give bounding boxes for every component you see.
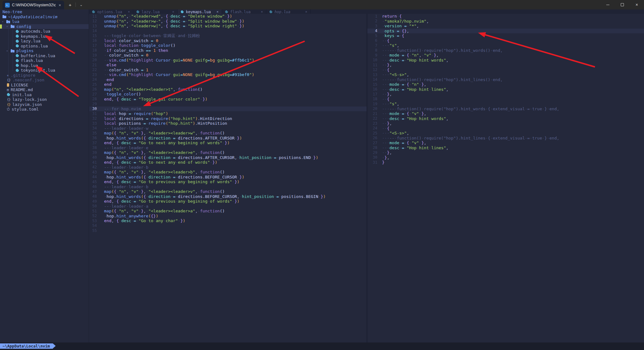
code-line[interactable]: 28···desc·=·"Hop·hint·lines", — [367, 145, 644, 150]
terminal-tab-close-icon[interactable]: × — [58, 3, 62, 7]
sidebar-item-.neoconf.json[interactable]: {}.neoconf.json — [0, 78, 89, 83]
code-line[interactable]: 31} — [367, 160, 644, 165]
tab-flash.lua[interactable]: flash.lua× — [222, 9, 266, 14]
close-button[interactable]: × — [630, 0, 644, 9]
code-line[interactable]: 47map({·"n",·"v"·},·"<leader><leader>v",… — [89, 189, 367, 194]
code-line[interactable]: 21···mode·=·{·"v"·}, — [367, 111, 644, 116]
code-line[interactable]: 12··{ — [367, 68, 644, 73]
code-line[interactable]: 6··{ — [367, 38, 644, 43]
sidebar-item-config[interactable]: ▾config — [0, 24, 89, 29]
code-line[interactable]: 46--·leader·leader·b — [89, 184, 367, 189]
code-line[interactable]: 2·"smoka7/hop.nvim", — [367, 19, 644, 24]
sidebar-item-README.md[interactable]: ▤README.md — [0, 87, 89, 92]
code-line[interactable]: 36·hop.hint_words({·direction·=·directio… — [89, 136, 367, 141]
code-line[interactable]: 43map({·"n",·"v"·},·"<leader><leader>b",… — [89, 170, 367, 175]
code-line[interactable]: 19···"s", — [367, 101, 644, 107]
sidebar-item-init.lua[interactable]: init.lua — [0, 92, 89, 97]
code-line[interactable]: 1return·{ — [367, 14, 644, 19]
code-line[interactable]: 41end,·{·desc·=·"Go·to·next·any·end·of·w… — [89, 160, 367, 165]
editor-pane-right[interactable]: 1return·{2·"smoka7/hop.nvim",3·version·=… — [367, 14, 644, 342]
code-line[interactable]: 27·toggle_color() — [89, 92, 367, 97]
code-line[interactable]: 33local·positions·=·require("hop.hint").… — [89, 121, 367, 126]
code-line[interactable]: 20···--·function()·require("hop").hint_w… — [367, 107, 644, 112]
minimize-button[interactable] — [601, 0, 615, 9]
code-line[interactable]: 38--·leader·leader·e — [89, 145, 367, 150]
tab-close-icon[interactable]: × — [305, 10, 307, 14]
tab-close-icon[interactable]: × — [261, 10, 263, 14]
sidebar-item-flash.lua[interactable]: flash.lua — [0, 58, 89, 63]
sidebar-item-options.lua[interactable]: options.lua — [0, 44, 89, 49]
code-line[interactable]: 45end,·{·desc·=·"Go·to·previous·any·begi… — [89, 179, 367, 184]
code-line[interactable]: 25end — [89, 82, 367, 87]
tab-close-icon[interactable]: × — [172, 10, 174, 14]
chevron-down-icon[interactable]: ▾ — [2, 20, 4, 23]
restore-button[interactable] — [615, 0, 630, 9]
code-line[interactable]: 7···"s", — [367, 43, 644, 48]
code-line[interactable]: 19··color_switch·=·0 — [89, 53, 367, 58]
code-line[interactable]: 13unmap("n",·"<leader>w|",·{·desc·=·"Spl… — [89, 24, 367, 29]
code-line[interactable]: 37end,·{·desc·=·"Go·to·next·any·begining… — [89, 140, 367, 145]
sidebar-item--AppData-Local-nvim[interactable]: ~\AppData\Local\nvim — [0, 14, 89, 19]
code-line[interactable]: 16···desc·=·"Hop·hint·lines", — [367, 87, 644, 92]
sidebar-item-LICENSE[interactable]: LICENSE — [0, 83, 89, 88]
tab-options.lua[interactable]: options.lua× — [89, 9, 133, 14]
sidebar-item-lazyvim.json[interactable]: {}lazyvim.json — [0, 102, 89, 107]
code-line[interactable]: 14 — [89, 29, 367, 34]
code-line[interactable]: 32local·directions·=·require("hop.hint")… — [89, 116, 367, 121]
code-line[interactable]: 48·hop.hint_words({·direction·=·directio… — [89, 194, 367, 199]
tab-close-icon[interactable]: × — [128, 10, 130, 14]
sidebar-item-plugins[interactable]: ▾plugins — [0, 48, 89, 53]
editor-pane-left[interactable]: 11unmap("n",·"<leader>wd",·{·desc·=·"Del… — [89, 14, 367, 342]
code-line[interactable]: 50--·leader·leader·a — [89, 204, 367, 209]
tab-keymaps.lua[interactable]: keymaps.lua× — [178, 9, 222, 14]
code-line[interactable]: 34--·leader·leader·w — [89, 126, 367, 131]
code-line[interactable]: 53end,·{·desc·=·"Go·to·any·char"·}) — [89, 218, 367, 223]
code-line[interactable]: 26···--·function()·require("hop").hint_l… — [367, 136, 644, 141]
code-line[interactable]: 16local·color_switch·=·0 — [89, 38, 367, 43]
code-line[interactable]: 24·end — [89, 77, 367, 82]
code-line[interactable]: 12unmap("n",·"<leader>w-",·{·desc·=·"Spl… — [89, 19, 367, 24]
code-line[interactable]: 5·keys·=·{ — [367, 33, 644, 38]
code-line[interactable]: 29··}, — [367, 150, 644, 155]
tab-hop.lua[interactable]: hop.lua× — [266, 9, 311, 14]
code-line[interactable]: 44·hop.hint_words({·direction·=·directio… — [89, 175, 367, 180]
code-line[interactable]: 54 — [89, 223, 367, 228]
code-line[interactable]: 15--·toggle·color·between·雷姆蓝·and·拉姆粉 — [89, 33, 367, 38]
code-line[interactable]: 17··}, — [367, 92, 644, 97]
code-line[interactable]: 49end,·{·desc·=·"Go·to·previous·any·begi… — [89, 199, 367, 204]
code-line[interactable]: 20··vim.cmd("highlight·Cursor·gui=NONE·g… — [89, 58, 367, 63]
new-tab-button[interactable]: + — [67, 2, 74, 8]
sidebar-item-autocmds.lua[interactable]: autocmds.lua — [0, 29, 89, 34]
code-line[interactable]: 31local·hop·=·require("hop") — [89, 111, 367, 116]
terminal-tab[interactable]: >_ C:\WINDOWS\system32\cmd. × — [3, 1, 64, 9]
code-line[interactable]: 51map({·"n",·"v"·},·"<leader><leader>a",… — [89, 209, 367, 214]
code-line[interactable]: 18··{ — [367, 97, 644, 102]
sidebar-item-lazy.lua[interactable]: lazy.lua — [0, 39, 89, 44]
sidebar-item-hop.lua[interactable]: hop.lua — [0, 63, 89, 68]
code-line[interactable]: 25···"<S-s>", — [367, 131, 644, 136]
sidebar-item-tokyonight.lua[interactable]: tokyonight.lua — [0, 68, 89, 73]
code-line[interactable]: 27···mode·=·{·"v"·}, — [367, 140, 644, 145]
sidebar-item-lazy-lock.json[interactable]: {}lazy-lock.json — [0, 97, 89, 102]
sidebar-item-lua[interactable]: ▾lua — [0, 19, 89, 24]
code-line[interactable]: 28end,·{·desc·=·"Toggle·gui·cursor·color… — [89, 97, 367, 102]
code-line[interactable]: 22··color_switch·=·1 — [89, 68, 367, 73]
code-line[interactable]: 42--·leader·leader·b — [89, 165, 367, 170]
code-line[interactable]: 9···mode·=·{·"n",·"v"·}, — [367, 53, 644, 58]
tab-dropdown-button[interactable]: ⌄ — [78, 2, 84, 8]
sidebar-item-bufferline.lua[interactable]: bufferline.lua — [0, 53, 89, 58]
code-line[interactable]: 55 — [89, 228, 367, 233]
code-line[interactable]: 30·}, — [367, 155, 644, 160]
code-line[interactable]: 8···--·function()·require("hop").hint_wo… — [367, 48, 644, 53]
sidebar-item-stylua.toml[interactable]: stylua.toml — [0, 107, 89, 112]
code-line[interactable]: 15···mode·=·{·"n"·}, — [367, 82, 644, 87]
sidebar-item-keymaps.lua[interactable]: keymaps.lua — [0, 34, 89, 39]
code-line[interactable]: 11··}, — [367, 63, 644, 68]
code-line[interactable]: 21·else — [89, 63, 367, 68]
code-line[interactable]: 29 — [89, 101, 367, 107]
code-line[interactable]: 22···desc·=·"Hop·hint·words", — [367, 116, 644, 121]
code-line[interactable]: 4·opts·=·{}, — [367, 29, 644, 34]
tab-lazy.lua[interactable]: lazy.lua× — [133, 9, 178, 14]
sidebar-item-.gitignore[interactable]: ◆.gitignore — [0, 73, 89, 78]
code-line[interactable]: 23··}, — [367, 121, 644, 126]
